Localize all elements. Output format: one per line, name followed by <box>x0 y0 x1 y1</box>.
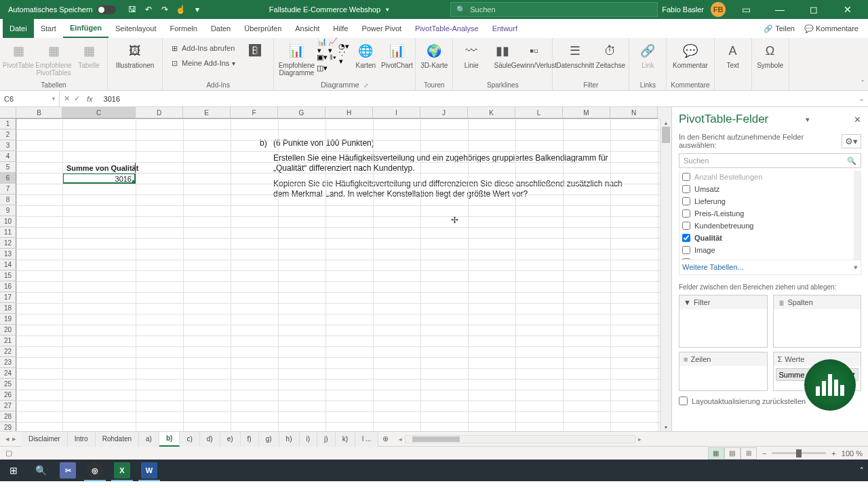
zoom-thumb[interactable] <box>796 449 802 458</box>
row-header[interactable]: 23 <box>0 357 16 368</box>
timeline-button[interactable]: ⏱Zeitachse <box>596 41 625 69</box>
taskbar-app-obs[interactable]: ◎ <box>81 460 108 481</box>
field-checkbox[interactable] <box>682 209 690 218</box>
row-header[interactable]: 11 <box>0 227 16 238</box>
filter-area[interactable]: ▼Filter <box>679 295 768 348</box>
ribbon-mode-icon[interactable]: ▭ <box>732 0 760 19</box>
field-checkbox[interactable] <box>682 246 690 254</box>
accept-formula-icon[interactable]: ✓ <box>74 94 80 103</box>
zoom-in-icon[interactable]: + <box>831 449 835 458</box>
3d-map-button[interactable]: 🌍3D-Karte <box>420 41 448 69</box>
tab-entwurf[interactable]: Entwurf <box>486 19 524 38</box>
row-header[interactable]: 3 <box>0 140 16 151</box>
cells-grid[interactable]: b) (6 Punkte von 100 Punkten) Erstellen … <box>16 119 660 431</box>
row-header[interactable]: 27 <box>0 401 16 411</box>
field-item[interactable]: Qualität <box>679 232 861 244</box>
row-header[interactable]: 7 <box>0 184 16 195</box>
row-header[interactable]: 17 <box>0 292 16 303</box>
col-header[interactable]: L <box>515 107 563 119</box>
tab-nav-next-icon[interactable]: ▸ <box>12 434 16 443</box>
dialog-launcher-icon[interactable]: ⤢ <box>359 82 369 89</box>
gear-icon[interactable]: ⚙▾ <box>842 134 861 148</box>
user-name[interactable]: Fabio Basler <box>662 5 704 14</box>
bing-maps-button[interactable]: 🅱 <box>241 41 269 60</box>
row-header[interactable]: 28 <box>0 411 16 422</box>
row-header[interactable]: 26 <box>0 390 16 401</box>
show-hidden-icons-icon[interactable]: ˄ <box>860 466 864 475</box>
taskbar-search-icon[interactable]: 🔍 <box>27 460 54 481</box>
my-addins-button[interactable]: ⊡Meine Add-Ins ▾ <box>167 56 238 70</box>
sheet-tab[interactable]: k) <box>336 432 355 447</box>
row-header[interactable]: 10 <box>0 216 16 227</box>
comments-button[interactable]: 💬 Kommentare <box>804 24 859 33</box>
normal-view-icon[interactable]: ▦ <box>708 447 724 460</box>
sparkline-line-button[interactable]: 〰Linie <box>457 41 486 69</box>
sheet-tab[interactable]: b) <box>159 432 180 447</box>
tab-seitenlayout[interactable]: Seitenlayout <box>108 19 163 38</box>
row-header[interactable]: 15 <box>0 270 16 281</box>
sheet-tab[interactable]: a) <box>139 432 159 447</box>
tab-ansicht[interactable]: Ansicht <box>288 19 326 38</box>
chart-line-icon[interactable]: 📈▾ <box>328 41 338 51</box>
comment-button[interactable]: 💬Kommentar <box>672 41 709 69</box>
text-button[interactable]: AText <box>719 41 747 69</box>
zoom-slider[interactable] <box>772 452 826 454</box>
hscroll-left-icon[interactable]: ◂ <box>399 436 402 443</box>
row-header[interactable]: 19 <box>0 314 16 325</box>
sparkline-winloss-button[interactable]: ▪▫Gewinn/Verlust <box>519 41 548 69</box>
add-sheet-button[interactable]: ⊕ <box>378 434 392 443</box>
maximize-icon[interactable]: ◻ <box>800 0 827 19</box>
scroll-down-icon[interactable]: ▾ <box>660 423 671 431</box>
tab-ueberpruefen[interactable]: Überprüfen <box>237 19 288 38</box>
start-menu-icon[interactable]: ⊞ <box>0 460 27 481</box>
col-header[interactable]: C <box>62 107 136 119</box>
pane-dropdown-icon[interactable]: ▾ <box>806 115 810 124</box>
field-checkbox[interactable] <box>682 185 690 193</box>
row-header[interactable]: 9 <box>0 205 16 216</box>
taskbar-app-snip[interactable]: ✂ <box>54 460 81 481</box>
get-addins-button[interactable]: ⊞Add-Ins abrufen <box>167 41 238 55</box>
hscroll-thumb[interactable] <box>412 436 460 442</box>
taskbar-app-word[interactable]: W <box>136 460 163 481</box>
defer-checkbox[interactable] <box>679 396 688 405</box>
rows-area[interactable]: ≡Zeilen <box>679 352 768 391</box>
row-header[interactable]: 6 <box>0 173 16 184</box>
tab-daten[interactable]: Daten <box>204 19 237 38</box>
pane-close-icon[interactable]: ✕ <box>854 115 861 125</box>
row-header[interactable]: 22 <box>0 346 16 357</box>
row-header[interactable]: 1 <box>0 119 16 129</box>
maps-button[interactable]: 🌐Karten <box>351 41 380 69</box>
row-header[interactable]: 14 <box>0 260 16 270</box>
record-macro-icon[interactable]: ▢ <box>5 449 12 458</box>
sheet-tab[interactable]: i) <box>300 432 318 447</box>
formula-bar[interactable]: 3016 <box>100 95 854 103</box>
tab-nav-prev-icon[interactable]: ◂ <box>5 434 9 443</box>
sheet-tab[interactable]: g) <box>259 432 279 447</box>
autosave-toggle-group[interactable]: Automatisches Speichern <box>3 5 121 14</box>
field-item[interactable]: Anzahl Bestellungen <box>679 171 861 183</box>
col-header[interactable]: B <box>16 107 62 119</box>
pivotchart-button[interactable]: 📊PivotChart <box>382 41 411 69</box>
row-header[interactable]: 29 <box>0 422 16 431</box>
row-header[interactable]: 20 <box>0 325 16 336</box>
sheet-tab[interactable]: l ... <box>355 432 378 447</box>
field-checkbox[interactable] <box>682 222 690 230</box>
chart-combo-icon[interactable]: ◫▾ <box>317 63 327 73</box>
row-header[interactable]: 12 <box>0 238 16 249</box>
field-item[interactable]: Image <box>679 244 861 256</box>
field-checkbox[interactable] <box>682 234 690 242</box>
page-layout-view-icon[interactable]: ▤ <box>724 447 741 460</box>
tab-powerpivot[interactable]: Power Pivot <box>355 19 408 38</box>
page-break-view-icon[interactable]: ⊞ <box>741 447 757 460</box>
scroll-up-icon[interactable]: ▴ <box>660 119 671 127</box>
field-item[interactable]: Lieferung <box>679 195 861 207</box>
row-header[interactable]: 25 <box>0 379 16 390</box>
row-header[interactable]: 2 <box>0 129 16 140</box>
save-icon[interactable]: 🖫 <box>127 4 138 15</box>
fields-search[interactable]: Suchen 🔍 <box>679 153 861 168</box>
row-header[interactable]: 24 <box>0 368 16 379</box>
field-item[interactable]: Kundenbetreuung <box>679 220 861 232</box>
symbols-button[interactable]: ΩSymbole <box>756 41 785 69</box>
row-header[interactable]: 4 <box>0 151 16 162</box>
qat-dropdown-icon[interactable]: ▾ <box>192 4 203 15</box>
